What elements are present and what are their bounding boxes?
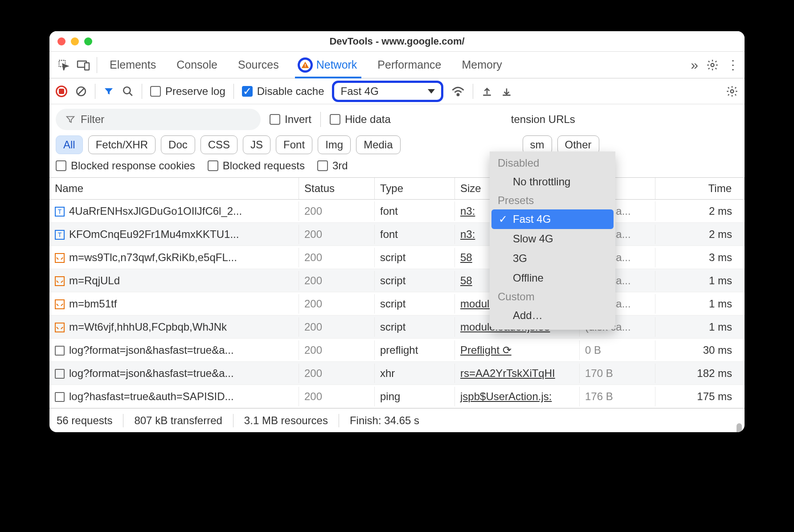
export-har-icon[interactable] bbox=[481, 86, 493, 97]
tab-console[interactable]: Console bbox=[174, 52, 220, 78]
chip-doc[interactable]: Doc bbox=[161, 135, 195, 154]
dropdown-item-offline[interactable]: Offline bbox=[490, 268, 615, 288]
svg-rect-4 bbox=[305, 66, 306, 67]
blocked-requests-checkbox[interactable]: Blocked requests bbox=[208, 160, 305, 172]
chip-img[interactable]: Img bbox=[318, 135, 351, 154]
disable-cache-checkbox[interactable]: ✓Disable cache bbox=[242, 85, 324, 98]
cell-status: 200 bbox=[299, 248, 375, 267]
invert-checkbox[interactable]: Invert bbox=[270, 113, 311, 126]
settings-icon[interactable] bbox=[706, 59, 719, 71]
cell-status: 200 bbox=[299, 317, 375, 337]
dropdown-section-custom: Custom bbox=[490, 288, 615, 306]
script-file-icon bbox=[55, 276, 65, 286]
divider bbox=[233, 414, 233, 427]
warning-badge-icon bbox=[298, 57, 313, 73]
search-icon[interactable] bbox=[122, 86, 134, 97]
record-button[interactable] bbox=[56, 86, 67, 97]
dropdown-item-slow-4g[interactable]: Slow 4G bbox=[490, 229, 615, 249]
tab-elements[interactable]: Elements bbox=[107, 52, 159, 78]
third-party-checkbox[interactable]: 3rd bbox=[317, 160, 348, 172]
col-time[interactable]: Time bbox=[655, 178, 745, 199]
filter-input[interactable]: Filter bbox=[56, 109, 261, 130]
divider bbox=[97, 57, 97, 73]
cell-type: script bbox=[375, 248, 455, 267]
svg-point-10 bbox=[457, 94, 459, 95]
svg-rect-3 bbox=[305, 64, 306, 65]
cell-status: 200 bbox=[299, 225, 375, 244]
requests-table: Name Status Type Initiator Size Time T4U… bbox=[49, 178, 745, 408]
dropdown-item-fast-4g[interactable]: Fast 4G bbox=[491, 209, 614, 229]
cell-name: m=ws9Tlc,n73qwf,GkRiKb,e5qFL... bbox=[49, 248, 299, 267]
script-file-icon bbox=[55, 253, 65, 263]
third-party-label-fragment: 3rd bbox=[332, 160, 348, 172]
filter-toggle-icon[interactable] bbox=[103, 86, 114, 97]
dropdown-item-3g[interactable]: 3G bbox=[490, 249, 615, 268]
script-file-icon bbox=[55, 323, 65, 332]
clear-icon[interactable] bbox=[75, 86, 87, 97]
cell-time: 30 ms bbox=[655, 340, 745, 360]
throttling-select[interactable]: Fast 4G bbox=[332, 81, 443, 102]
chip-css[interactable]: CSS bbox=[201, 135, 237, 154]
maximize-window-button[interactable] bbox=[84, 37, 92, 45]
cell-type: script bbox=[375, 294, 455, 314]
inspect-element-icon[interactable] bbox=[55, 56, 73, 74]
divider bbox=[123, 414, 123, 427]
col-type[interactable]: Type bbox=[375, 178, 455, 199]
table-row[interactable]: m=bm51tf200scriptmoduleloader.js:58(disk… bbox=[49, 292, 745, 315]
close-window-button[interactable] bbox=[57, 37, 65, 45]
extra-filters-row: Blocked response cookies Blocked request… bbox=[49, 157, 745, 178]
chip-js[interactable]: JS bbox=[243, 135, 270, 154]
table-row[interactable]: log?hasfast=true&auth=SAPISID...200pingj… bbox=[49, 385, 745, 408]
chip-media[interactable]: Media bbox=[356, 135, 400, 154]
minimize-window-button[interactable] bbox=[71, 37, 79, 45]
scrollbar[interactable] bbox=[737, 423, 742, 432]
network-settings-icon[interactable] bbox=[726, 85, 738, 98]
tab-performance[interactable]: Performance bbox=[375, 52, 444, 78]
divider bbox=[339, 414, 339, 427]
device-toolbar-icon[interactable] bbox=[74, 56, 92, 74]
svg-point-5 bbox=[711, 63, 714, 66]
tab-network[interactable]: Network bbox=[297, 52, 360, 78]
svg-point-8 bbox=[123, 87, 130, 94]
blocked-response-cookies-checkbox[interactable]: Blocked response cookies bbox=[56, 160, 195, 172]
chip-fetch-xhr[interactable]: Fetch/XHR bbox=[88, 135, 156, 154]
col-name[interactable]: Name bbox=[49, 178, 299, 199]
dropdown-item-add[interactable]: Add… bbox=[490, 306, 615, 325]
divider bbox=[142, 84, 142, 99]
import-har-icon[interactable] bbox=[501, 86, 512, 97]
cell-type: preflight bbox=[375, 340, 455, 360]
tab-memory[interactable]: Memory bbox=[459, 52, 504, 78]
svg-line-9 bbox=[129, 93, 132, 96]
cell-size: 0 B bbox=[580, 340, 655, 360]
hide-data-urls-label: Hide data bbox=[345, 113, 391, 126]
dropdown-item-no-throttling[interactable]: No throttling bbox=[490, 172, 615, 192]
network-conditions-icon[interactable] bbox=[451, 86, 465, 97]
cell-time: 2 ms bbox=[655, 225, 745, 244]
cell-status: 200 bbox=[299, 201, 375, 221]
col-status[interactable]: Status bbox=[299, 178, 375, 199]
table-row[interactable]: TKFOmCnqEu92Fr1Mu4mxKKTU1...200fontn3:(d… bbox=[49, 223, 745, 246]
table-row[interactable]: m=Wt6vjf,hhhU8,FCpbqb,WhJNk200scriptmodu… bbox=[49, 315, 745, 339]
table-row[interactable]: m=RqjULd200script58(disk ca...1 ms bbox=[49, 269, 745, 292]
table-row[interactable]: T4UaRrENHsxJlGDuGo1OIlJfC6l_2...200fontn… bbox=[49, 200, 745, 223]
invert-label: Invert bbox=[285, 113, 311, 126]
table-row[interactable]: m=ws9Tlc,n73qwf,GkRiKb,e5qFL...200script… bbox=[49, 246, 745, 269]
cell-type: xhr bbox=[375, 364, 455, 383]
chip-font[interactable]: Font bbox=[276, 135, 312, 154]
preserve-log-checkbox[interactable]: Preserve log bbox=[150, 85, 225, 98]
window-title: DevTools - www.google.com/ bbox=[49, 36, 745, 47]
table-row[interactable]: log?format=json&hasfast=true&a...200xhrr… bbox=[49, 362, 745, 385]
table-row[interactable]: log?format=json&hasfast=true&a...200pref… bbox=[49, 339, 745, 362]
divider bbox=[233, 84, 234, 99]
cell-time: 2 ms bbox=[655, 201, 745, 221]
divider bbox=[320, 112, 321, 127]
cell-size: 170 B bbox=[580, 364, 655, 383]
hide-data-urls-checkbox[interactable]: Hide data bbox=[330, 113, 391, 126]
tab-sources[interactable]: Sources bbox=[235, 52, 282, 78]
chip-all[interactable]: All bbox=[56, 135, 83, 154]
cell-initiator: rs=AA2YrTskXiTqHI bbox=[455, 364, 580, 383]
panel-tabs-row: Elements Console Sources Network Perform… bbox=[49, 52, 745, 78]
kebab-menu-icon[interactable]: ⋮ bbox=[727, 63, 739, 67]
script-file-icon bbox=[55, 299, 65, 309]
more-tabs-icon[interactable]: » bbox=[691, 57, 698, 73]
